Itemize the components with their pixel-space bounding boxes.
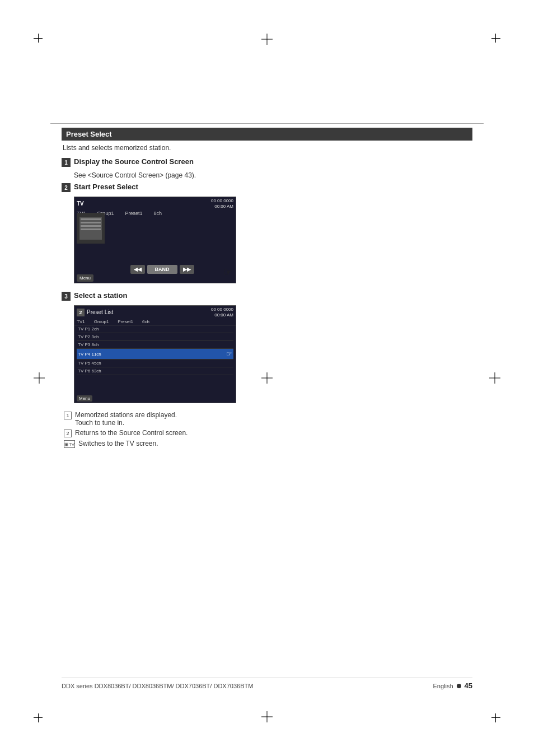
preset-hand-icon: ☞ (226, 350, 232, 358)
tv-thumb-line (81, 222, 101, 223)
page-footer: DDX series DDX8036BT/ DDX8036BTM/ DDX703… (62, 678, 472, 690)
preset-row-1-text: TV P1 2ch (78, 326, 232, 332)
preset-num-box: 2 (77, 309, 85, 316)
tv-col4: 8ch (154, 211, 162, 216)
preset-row-1[interactable]: TV P1 2ch (77, 325, 233, 333)
footer-model: DDX series DDX8036BT/ DDX8036BTM/ DDX703… (62, 683, 253, 689)
legend-item-2: 2 Returns to the Source Control screen. (64, 429, 472, 437)
crosshair-bottom (261, 711, 273, 722)
tv-thumb-line (81, 228, 101, 230)
tv-controls: ◀◀ BAND ▶▶ (108, 265, 216, 274)
tv-info-line2: 00:00 AM (211, 204, 233, 209)
preset-rows: TV P1 2ch TV P2 3ch TV P3 8ch TV P4 11ch… (74, 325, 236, 375)
tv-screen-mockup: TV 00 00 0000 00:00 AM TV1 Group1 Preset… (74, 197, 236, 283)
legend-item-1: 1 Memorized stations are displayed.Touch… (64, 411, 472, 427)
step-1-num: 1 (62, 158, 71, 167)
preset-row-4[interactable]: TV P4 11ch ☞ (77, 349, 233, 360)
preset-row-2-text: TV P2 3ch (78, 334, 232, 339)
tv-prev-button[interactable]: ◀◀ (130, 265, 145, 274)
corner-mark-bl (34, 706, 50, 722)
tv-info-line1: 00 00 0000 (211, 198, 233, 204)
tv-info: 00 00 0000 00:00 AM (211, 198, 233, 209)
tv-next-button[interactable]: ▶▶ (180, 265, 194, 274)
page-dot (457, 684, 461, 688)
tv-thumb-line (81, 218, 101, 220)
tv-thumb-lines (81, 218, 101, 239)
preset-col2: Group1 (94, 319, 109, 324)
preset-row-6-text: TV P6 63ch (78, 368, 232, 374)
tv-col3: Preset1 (125, 211, 143, 216)
step-1-title: Display the Source Control Screen (74, 157, 194, 166)
tv-top-bar: TV 00 00 0000 00:00 AM (74, 197, 236, 210)
preset-label: 2 Preset List (77, 309, 113, 316)
preset-col3: Preset1 (118, 319, 133, 324)
preset-col4: 6ch (142, 319, 149, 324)
preset-row-3[interactable]: TV P3 8ch (77, 341, 233, 349)
preset-row-6[interactable]: TV P6 63ch (77, 367, 233, 375)
tv-band-button[interactable]: BAND (147, 265, 177, 274)
page-number: 45 (465, 682, 472, 690)
preset-row-5-text: TV P5 45ch (78, 361, 232, 366)
step-3-num: 3 (62, 292, 71, 301)
section-header: Preset Select (62, 128, 472, 141)
tv-thumb-line (81, 225, 101, 227)
footer-lang: English (433, 683, 453, 689)
preset-row-5[interactable]: TV P5 45ch (77, 360, 233, 367)
step-1-desc: See <Source Control Screen> (page 43). (74, 171, 472, 179)
preset-time: 00 00 0000 00:00 AM (211, 307, 233, 318)
corner-mark-tr (484, 34, 500, 50)
step-2: 2 Start Preset Select (62, 183, 472, 192)
preset-top-bar: 2 Preset List 00 00 0000 00:00 AM (74, 306, 236, 319)
preset-row-4-text: TV P4 11ch (78, 352, 224, 357)
section-subtitle: Lists and selects memorized station. (62, 144, 472, 152)
section-title: Preset Select (66, 130, 112, 138)
crosshair-left (34, 372, 45, 384)
step-2-num: 2 (62, 183, 71, 192)
legend-num-2: 2 (64, 430, 72, 437)
preset-row-2[interactable]: TV P2 3ch (77, 333, 233, 341)
legend-text-2: Returns to the Source Control screen. (75, 429, 188, 437)
step-1: 1 Display the Source Control Screen (62, 157, 472, 167)
corner-mark-br (484, 706, 500, 722)
tv-thumb-inner (79, 217, 102, 240)
legend-item-icon: ▣TV Switches to the TV screen. (64, 440, 472, 448)
corner-mark-tl (34, 34, 50, 50)
preset-title-text: Preset List (87, 309, 113, 315)
legend-text-1: Memorized stations are displayed.Touch t… (75, 411, 177, 427)
footer-right: English 45 (433, 682, 472, 690)
preset-info-line2: 00:00 AM (211, 312, 233, 318)
preset-col1: TV1 (77, 319, 85, 324)
tv-label: TV (77, 200, 84, 207)
hand-icon: ☞ (223, 266, 232, 278)
legend-text-icon: Switches to the TV screen. (78, 440, 158, 447)
legend-tv-icon: ▣TV (64, 440, 75, 448)
main-content: Preset Select Lists and selects memorize… (62, 128, 472, 450)
top-rule (50, 123, 484, 124)
preset-screen-mockup: 2 Preset List 00 00 0000 00:00 AM TV1 Gr… (74, 305, 236, 403)
step-3-title: Select a station (74, 291, 127, 300)
preset-menu-button[interactable]: Menu (77, 395, 92, 402)
crosshair-top (261, 34, 273, 45)
preset-row-3-text: TV P3 8ch (78, 342, 232, 347)
crosshair-right (489, 372, 500, 384)
preset-info-line1: 00 00 0000 (211, 307, 233, 312)
preset-header-cols: TV1 Group1 Preset1 6ch (74, 319, 236, 325)
legend-num-1: 1 (64, 412, 72, 419)
legend: 1 Memorized stations are displayed.Touch… (64, 411, 472, 448)
tv-menu-button[interactable]: Menu (77, 274, 93, 282)
tv-thumbnail (77, 213, 105, 244)
step-2-title: Start Preset Select (74, 183, 138, 191)
step-3: 3 Select a station (62, 291, 472, 301)
